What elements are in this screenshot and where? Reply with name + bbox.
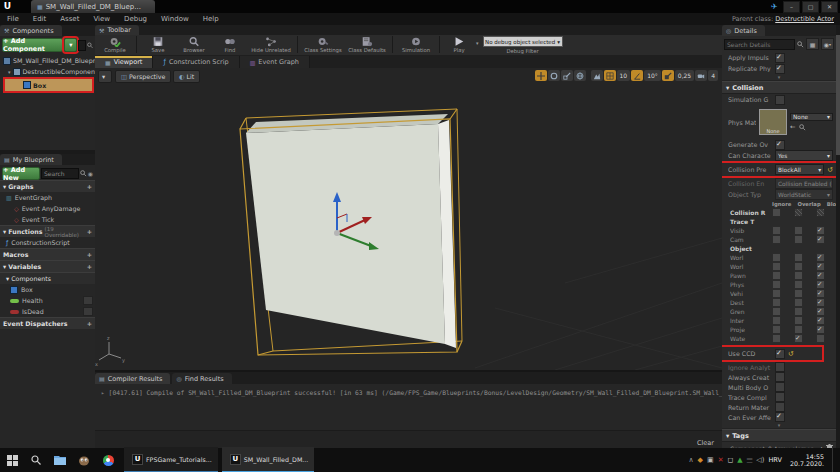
multi-body-checkbox[interactable] — [775, 382, 785, 392]
checkbox[interactable] — [772, 298, 781, 307]
construction-script-item[interactable]: ƒConstructionScript — [0, 237, 95, 248]
add-variable-icon[interactable]: + — [87, 263, 92, 270]
details-tab[interactable]: ◎Details — [722, 25, 765, 36]
tab-event-graph[interactable]: ▥Event Graph — [240, 56, 310, 68]
can-ever-affect-checkbox[interactable] — [775, 412, 785, 422]
app-window-tab[interactable]: ▦ SM_Wall_Filled_DM_Bluep... — [31, 0, 155, 13]
collision-presets-dropdown[interactable]: BlockAll▾ — [775, 164, 824, 175]
tree-item-blueprint-self[interactable]: SM_Wall_Filled_DM_Blueprint(s — [0, 55, 95, 66]
start-button[interactable] — [0, 448, 24, 472]
functions-header[interactable]: ▾Functions(19 Overridable)+ — [0, 225, 95, 237]
show-desktop-button[interactable] — [832, 448, 836, 472]
menu-window[interactable]: Window — [154, 15, 196, 23]
trace-complex-checkbox[interactable] — [775, 392, 785, 402]
variables-header[interactable]: ▾Variables+ — [0, 260, 95, 272]
hidden-icons-chevron[interactable]: ∧ — [688, 455, 693, 465]
checkbox[interactable] — [772, 262, 781, 271]
class-settings-button[interactable]: Class Settings — [302, 36, 344, 53]
close-button[interactable]: ✕ — [821, 1, 838, 13]
checkbox[interactable] — [794, 298, 803, 307]
scale-snap-value[interactable]: 0,25 — [675, 70, 694, 81]
expand-more-divider[interactable]: ▾ — [722, 422, 836, 429]
world-local-toggle[interactable] — [574, 70, 586, 81]
expand-arrow-icon[interactable]: ▾ — [8, 69, 11, 75]
checkbox[interactable] — [772, 289, 781, 298]
variable-box-item[interactable]: Box — [0, 284, 95, 295]
maximize-button[interactable]: ▢ — [802, 1, 819, 13]
viewport-3d[interactable]: zyx ▾ ◫Perspective ◐Lit 10 10° 0,25 4 — [95, 68, 722, 370]
graphs-header[interactable]: ▾Graphs+ — [0, 180, 95, 192]
add-macro-icon[interactable]: + — [87, 251, 92, 258]
taskbar-search-icon[interactable] — [24, 448, 48, 472]
keyboard-language[interactable]: HRV — [768, 456, 782, 464]
menu-view[interactable]: View — [86, 15, 117, 23]
checkbox[interactable] — [794, 262, 803, 271]
gimp-icon[interactable] — [72, 448, 96, 472]
checkbox[interactable] — [772, 316, 781, 325]
surface-snap-button[interactable] — [591, 70, 603, 81]
event-anydamage-item[interactable]: ◇Event AnyDamage — [0, 203, 95, 214]
tags-section-header[interactable]: ▾Tags — [722, 429, 836, 442]
ignore-analytic-checkbox[interactable] — [775, 362, 785, 372]
checkbox[interactable] — [794, 271, 803, 280]
menu-file[interactable]: File — [0, 15, 26, 23]
use-ccd-checkbox[interactable] — [775, 349, 785, 359]
collision-section-header[interactable]: ▾Collision — [722, 81, 836, 94]
macros-header[interactable]: Macros+ — [0, 248, 95, 260]
apply-impulse-checkbox[interactable] — [775, 53, 785, 63]
class-defaults-button[interactable]: Class Defaults — [346, 36, 388, 53]
checkbox[interactable] — [816, 235, 825, 244]
variable-isdead-item[interactable]: IsDead — [0, 306, 95, 317]
variable-visibility-toggle[interactable] — [83, 296, 93, 305]
compiler-results-tab[interactable]: ▤Compiler Results — [95, 373, 170, 384]
checkbox[interactable] — [772, 235, 781, 244]
file-explorer-icon[interactable] — [48, 448, 72, 472]
compile-button[interactable]: Compile — [98, 36, 132, 53]
tree-item-box[interactable]: Box — [5, 79, 92, 91]
checkbox[interactable] — [772, 280, 781, 289]
clear-log-button[interactable]: Clear — [697, 439, 714, 447]
play-button[interactable]: Play — [444, 36, 474, 53]
taskbar-clock[interactable]: 14:55 20.7.2020. — [786, 453, 828, 467]
always-create-checkbox[interactable] — [775, 372, 785, 382]
checkbox[interactable] — [772, 271, 781, 280]
use-selected-asset-icon[interactable]: ← — [790, 123, 795, 131]
checkbox[interactable] — [794, 226, 803, 235]
checkbox[interactable] — [794, 253, 803, 262]
checkbox[interactable] — [772, 334, 781, 343]
perspective-button[interactable]: ◫Perspective — [115, 70, 171, 83]
checkbox[interactable] — [794, 235, 803, 244]
checkbox[interactable] — [794, 334, 803, 343]
checkbox[interactable] — [772, 253, 781, 262]
add-component-button[interactable]: + Add Component — [2, 38, 63, 52]
lit-button[interactable]: ◐Lit — [173, 70, 200, 83]
add-graph-icon[interactable]: + — [87, 183, 92, 190]
scrollbar-thumb[interactable] — [836, 35, 840, 155]
checkbox[interactable] — [816, 334, 825, 343]
add-new-button[interactable]: + Add New — [2, 167, 40, 180]
add-component-dropdown[interactable]: ▾ — [64, 38, 77, 52]
phys-material-dropdown[interactable]: None▾ — [790, 113, 833, 121]
variable-visibility-toggle[interactable] — [83, 307, 93, 316]
generate-overlap-checkbox[interactable] — [775, 140, 785, 150]
visibility-filter-icon[interactable]: ◉ — [88, 170, 93, 177]
event-dispatchers-header[interactable]: Event Dispatchers+ — [0, 317, 95, 329]
taskbar-app-fpsgame[interactable]: UFPSGame_Tutorials... — [124, 447, 218, 472]
simulation-generates-checkbox[interactable] — [775, 95, 785, 105]
components-category[interactable]: ▾Components — [0, 272, 95, 284]
replicate-physics-checkbox[interactable] — [775, 64, 785, 74]
my-blueprint-tab[interactable]: ▤My Blueprint — [0, 154, 62, 165]
can-character-dropdown[interactable]: Yes▾ — [775, 150, 833, 161]
details-scrollbar[interactable] — [836, 25, 840, 448]
reset-to-default-icon[interactable]: ↺ — [788, 350, 794, 358]
move-tool-button[interactable] — [535, 70, 547, 81]
collision-enabled-dropdown[interactable]: Collision Enabled (Q▾ — [775, 178, 833, 189]
components-search-input[interactable] — [78, 40, 85, 51]
checkbox[interactable] — [772, 226, 781, 235]
scale-tool-button[interactable] — [561, 70, 573, 81]
rotation-snap-button[interactable] — [631, 70, 643, 81]
menu-debug[interactable]: Debug — [117, 15, 154, 23]
display-filter-button[interactable]: ◉▾ — [821, 38, 834, 50]
reset-to-default-icon[interactable]: ↺ — [827, 166, 833, 174]
camera-speed-button[interactable] — [695, 70, 707, 81]
